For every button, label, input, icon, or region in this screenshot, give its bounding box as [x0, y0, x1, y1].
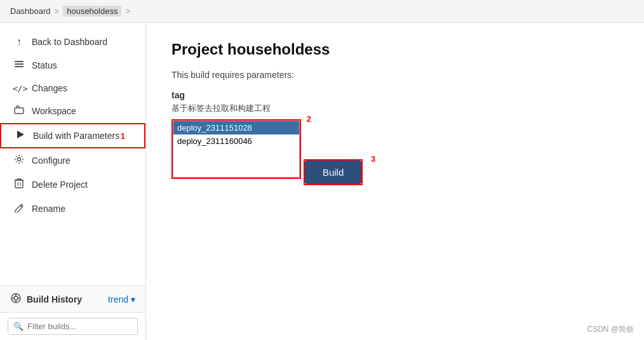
- svg-point-11: [14, 296, 18, 300]
- filter-builds-input[interactable]: [27, 322, 132, 331]
- breadcrumb-bar: Dashboard > householdess >: [0, 0, 644, 23]
- svg-rect-6: [15, 180, 23, 188]
- svg-point-5: [18, 158, 21, 161]
- sidebar-item-label-back: Back to Dashboard: [32, 37, 107, 47]
- breadcrumb-project[interactable]: householdess: [63, 6, 121, 16]
- gear-icon: [13, 154, 25, 167]
- param-description: 基于标签去拉取和构建工程: [171, 103, 619, 114]
- sidebar-item-label-configure: Configure: [32, 155, 70, 166]
- badge-3: 3: [371, 154, 375, 164]
- filter-builds-area: 🔍: [0, 312, 145, 340]
- sidebar-item-changes[interactable]: </> Changes: [0, 77, 145, 99]
- breadcrumb-dashboard[interactable]: Dashboard: [10, 6, 51, 16]
- sidebar-item-label-delete: Delete Project: [32, 180, 88, 190]
- build-history-icon: [10, 292, 22, 306]
- filter-input-wrapper[interactable]: 🔍: [8, 318, 138, 335]
- back-arrow-icon: ↑: [13, 36, 25, 48]
- sidebar-item-label-workspace: Workspace: [32, 106, 76, 116]
- main-content: Project householdess This build requires…: [146, 23, 644, 340]
- breadcrumb-sep-2: >: [125, 6, 130, 16]
- sidebar-item-label-build: Build with Parameters: [33, 131, 119, 141]
- build-requires-text: This build requires parameters:: [171, 70, 619, 80]
- breadcrumb-sep-1: >: [55, 6, 60, 16]
- svg-rect-2: [15, 66, 23, 67]
- svg-marker-4: [17, 131, 24, 138]
- select-option-1[interactable]: deploy_2311151028: [173, 121, 299, 134]
- svg-rect-3: [15, 108, 23, 114]
- status-icon: [13, 59, 25, 72]
- build-button-wrapper: 3 Build: [304, 159, 363, 185]
- delete-icon: [13, 178, 25, 191]
- svg-rect-0: [15, 61, 23, 62]
- changes-icon: </>: [13, 84, 25, 93]
- sidebar-item-configure[interactable]: Configure: [0, 148, 145, 173]
- sidebar-item-back-dashboard[interactable]: ↑ Back to Dashboard: [0, 30, 145, 53]
- svg-rect-1: [15, 63, 23, 65]
- main-layout: ↑ Back to Dashboard Status </> Changes: [0, 23, 644, 340]
- trend-label: trend: [108, 294, 128, 304]
- sidebar: ↑ Back to Dashboard Status </> Changes: [0, 23, 146, 340]
- param-name-label: tag: [171, 90, 619, 100]
- sidebar-item-workspace[interactable]: Workspace: [0, 99, 145, 123]
- sidebar-nav: ↑ Back to Dashboard Status </> Changes: [0, 23, 145, 285]
- chevron-down-icon: ▾: [131, 294, 135, 304]
- badge-2: 2: [307, 114, 311, 124]
- sidebar-item-label-status: Status: [32, 60, 57, 70]
- sidebar-item-status[interactable]: Status: [0, 53, 145, 77]
- trend-link[interactable]: trend ▾: [108, 294, 135, 304]
- badge-1: 1: [121, 131, 125, 141]
- param-select[interactable]: deploy_2311151028 deploy_2311160046: [173, 121, 300, 178]
- watermark: CSDN @简烦: [587, 324, 634, 335]
- select-option-2[interactable]: deploy_2311160046: [173, 134, 299, 148]
- play-icon: [14, 130, 27, 141]
- search-icon: 🔍: [13, 322, 23, 331]
- sidebar-item-label-changes: Changes: [32, 83, 67, 93]
- workspace-icon: [13, 105, 25, 117]
- project-title: Project householdess: [171, 41, 619, 58]
- build-history-title: Build History: [27, 294, 82, 304]
- sidebar-item-rename[interactable]: Rename: [0, 197, 145, 221]
- build-history-section: Build History trend ▾: [0, 285, 145, 312]
- sidebar-item-delete-project[interactable]: Delete Project: [0, 173, 145, 197]
- sidebar-item-label-rename: Rename: [32, 204, 65, 214]
- sidebar-item-build-with-parameters[interactable]: Build with Parameters 1: [0, 123, 145, 148]
- select-wrapper: 2 deploy_2311151028 deploy_2311160046: [171, 119, 301, 179]
- rename-icon: [13, 202, 25, 215]
- build-button[interactable]: Build: [305, 160, 361, 184]
- build-history-label-group: Build History: [10, 292, 82, 306]
